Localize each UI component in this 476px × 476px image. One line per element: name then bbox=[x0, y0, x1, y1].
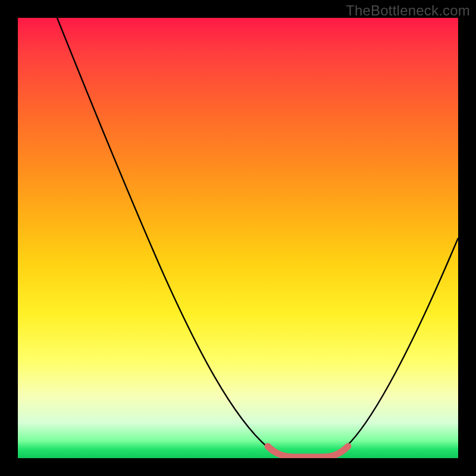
watermark-text: TheBottleneck.com bbox=[346, 2, 470, 19]
bottleneck-curve bbox=[57, 18, 458, 457]
plot-area bbox=[18, 18, 458, 458]
optimal-zone-marker bbox=[268, 446, 348, 457]
curve-layer bbox=[18, 18, 458, 458]
chart-frame: TheBottleneck.com bbox=[0, 0, 476, 476]
